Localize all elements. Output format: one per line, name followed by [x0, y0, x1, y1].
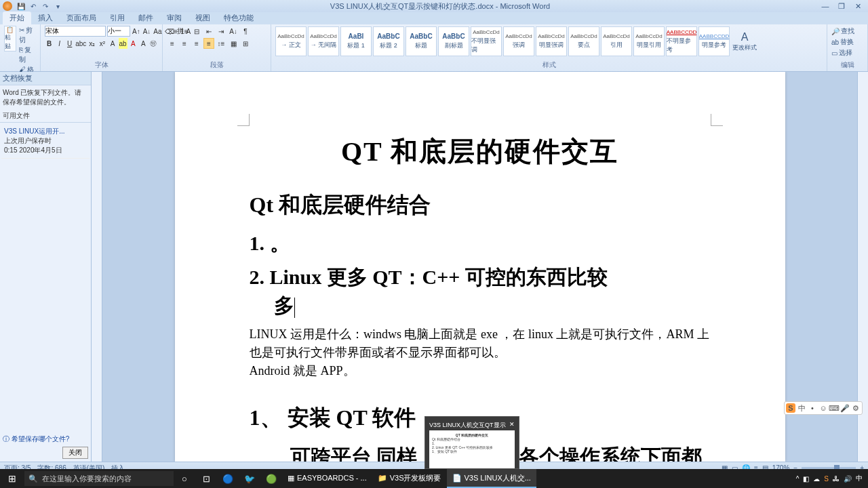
underline-icon[interactable]: U — [65, 38, 74, 49]
tray-ime-icon[interactable]: 中 — [856, 474, 863, 483]
ime-voice-icon[interactable]: 🎤 — [840, 403, 850, 413]
tray-sogou-icon[interactable]: S — [824, 475, 829, 483]
style-intense-quote[interactable]: AaBbCcDd明显引用 — [633, 26, 665, 56]
save-icon[interactable]: 💾 — [16, 1, 26, 11]
tray-onedrive-icon[interactable]: ☁ — [813, 475, 820, 483]
taskbar-thumbnail[interactable]: V3S LINUX人机交互QT显示按键和灯的状态...✕ QT 和底层的硬件交互… — [425, 416, 519, 469]
recovery-file-item[interactable]: V3S LINUX运用开... 上次用户保存时 0:15 2020年4月5日 — [1, 124, 90, 159]
tray-volume-icon[interactable]: 🔊 — [844, 475, 852, 483]
redo-icon[interactable]: ↷ — [41, 1, 50, 11]
ime-lang-icon[interactable]: 中 — [797, 403, 806, 413]
show-marks-icon[interactable]: ¶ — [240, 26, 251, 37]
style-normal[interactable]: AaBbCcDd→ 正文 — [275, 26, 307, 56]
qat-dropdown-icon[interactable]: ▾ — [53, 1, 62, 11]
style-heading1[interactable]: AaBl标题 1 — [340, 26, 372, 56]
taskbar-app-easyboard[interactable]: ▦ EASYBOARDCS - ... — [282, 469, 372, 488]
ime-toolbar[interactable]: S 中 • ☺ ⌨ 🎤 ⚙ — [784, 401, 863, 415]
close-button[interactable]: ✕ — [850, 1, 865, 11]
undo-icon[interactable]: ↶ — [28, 1, 38, 11]
tab-review[interactable]: 审阅 — [160, 12, 189, 24]
italic-icon[interactable]: I — [55, 38, 64, 49]
sort-icon[interactable]: A↓ — [228, 26, 239, 37]
cut-button[interactable]: ✂ 剪切 — [19, 26, 37, 45]
copy-button[interactable]: ⎘ 复制 — [19, 45, 37, 64]
decrease-indent-icon[interactable]: ⇤ — [203, 26, 214, 37]
tray-network-icon[interactable]: 🖧 — [833, 475, 840, 483]
char-shading-icon[interactable]: A — [139, 38, 148, 49]
change-styles-button[interactable]: A更改样式 — [731, 26, 758, 56]
style-no-spacing[interactable]: AaBbCcDd→ 无间隔 — [308, 26, 339, 56]
borders-icon[interactable]: ⊞ — [240, 38, 251, 49]
document-area[interactable]: QT 和底层的硬件交互 Qt 和底层硬件结合 1. 。 2. Linux 更多 … — [102, 72, 857, 462]
superscript-icon[interactable]: x² — [98, 38, 106, 49]
replace-button[interactable]: ab 替换 — [831, 37, 863, 47]
taskbar-app-icon-3[interactable]: 🟢 — [260, 469, 282, 488]
maximize-button[interactable]: ❐ — [834, 1, 849, 11]
font-size-input[interactable] — [107, 26, 130, 37]
change-case-icon[interactable]: Aa — [153, 26, 162, 37]
find-button[interactable]: 🔎 查找 — [831, 26, 863, 37]
style-heading2[interactable]: AaBbC标题 2 — [373, 26, 404, 56]
ime-emoji-icon[interactable]: ☺ — [818, 403, 828, 413]
style-intense-emphasis[interactable]: AaBbCcDd明显强调 — [536, 26, 567, 56]
enclose-char-icon[interactable]: ㊕ — [149, 38, 158, 49]
numbering-icon[interactable]: 1≡ — [179, 26, 190, 37]
tab-mailings[interactable]: 邮件 — [132, 12, 160, 24]
style-subtitle[interactable]: AaBbC副标题 — [438, 26, 469, 56]
style-intense-reference[interactable]: AABBCCDD明显参考 — [698, 26, 730, 56]
task-view-icon[interactable]: ⊡ — [195, 469, 217, 488]
taskbar-search[interactable]: 🔍 在这里输入你要搜索的内容 — [24, 471, 174, 486]
tray-app-icon[interactable]: ◧ — [803, 475, 809, 483]
tab-insert[interactable]: 插入 — [31, 12, 60, 24]
shrink-font-icon[interactable]: A↓ — [142, 26, 152, 37]
select-button[interactable]: ▭ 选择 — [831, 47, 863, 58]
bold-icon[interactable]: B — [45, 38, 54, 49]
font-color-icon[interactable]: A — [129, 38, 138, 49]
minimize-button[interactable]: — — [818, 1, 833, 11]
tab-references[interactable]: 引用 — [103, 12, 132, 24]
taskbar-app-icon-2[interactable]: 🐦 — [239, 469, 260, 488]
recovery-close-button[interactable]: 关闭 — [62, 447, 88, 459]
grow-font-icon[interactable]: A↑ — [132, 26, 141, 37]
tab-view[interactable]: 视图 — [189, 12, 217, 24]
align-center-icon[interactable]: ≡ — [179, 38, 190, 49]
ime-punct-icon[interactable]: • — [808, 403, 817, 413]
strike-icon[interactable]: abc — [75, 38, 86, 49]
tab-page-layout[interactable]: 页面布局 — [60, 12, 103, 24]
subscript-icon[interactable]: x₂ — [87, 38, 96, 49]
style-subtle-emphasis[interactable]: AaBbCcDd不明显强调 — [471, 26, 502, 56]
tray-up-icon[interactable]: ^ — [796, 475, 800, 483]
style-quote[interactable]: AaBbCcDd引用 — [601, 26, 632, 56]
sogou-icon[interactable]: S — [786, 403, 795, 413]
highlight-icon[interactable]: ab — [119, 38, 127, 49]
start-button[interactable]: ⊞ — [0, 469, 24, 488]
align-left-icon[interactable]: ≡ — [167, 38, 178, 49]
thumbnail-close-icon[interactable]: ✕ — [509, 421, 515, 429]
style-strong[interactable]: AaBbCcDd要点 — [568, 26, 599, 56]
style-title[interactable]: AaBbC标题 — [406, 26, 437, 56]
line-spacing-icon[interactable]: ↕≡ — [216, 38, 226, 49]
system-tray[interactable]: ^ ◧ ☁ S 🖧 🔊 中 — [796, 474, 868, 483]
style-emphasis[interactable]: AaBbCcDd强调 — [503, 26, 534, 56]
align-right-icon[interactable]: ≡ — [191, 38, 202, 49]
taskbar-app-icon-1[interactable]: 🔵 — [217, 469, 239, 488]
group-editing: 🔎 查找 ab 替换 ▭ 选择 编辑 — [827, 24, 868, 71]
cortana-icon[interactable]: ○ — [174, 469, 195, 488]
paste-button[interactable]: 📋粘贴 — [4, 26, 16, 52]
ime-settings-icon[interactable]: ⚙ — [851, 403, 861, 413]
ime-keyboard-icon[interactable]: ⌨ — [829, 403, 839, 413]
text-effect-icon[interactable]: A — [108, 38, 117, 49]
multilevel-icon[interactable]: ⊟ — [191, 26, 202, 37]
tab-home[interactable]: 开始 — [3, 12, 31, 24]
office-button[interactable] — [3, 1, 12, 11]
font-name-input[interactable] — [45, 26, 106, 37]
page[interactable]: QT 和底层的硬件交互 Qt 和底层硬件结合 1. 。 2. Linux 更多 … — [175, 72, 785, 462]
justify-icon[interactable]: ≡ — [203, 38, 214, 49]
tab-special[interactable]: 特色功能 — [217, 12, 260, 24]
taskbar-app-word[interactable]: 📄 V3S LINUX人机交... — [447, 469, 536, 488]
taskbar-app-folder[interactable]: 📁 V3S开发板纲要 — [372, 469, 447, 488]
increase-indent-icon[interactable]: ⇥ — [216, 26, 226, 37]
bullets-icon[interactable]: ⋮≡ — [167, 26, 178, 37]
style-subtle-reference[interactable]: AABBCCDD不明显参考 — [666, 26, 697, 56]
shading-icon[interactable]: ▦ — [228, 38, 239, 49]
